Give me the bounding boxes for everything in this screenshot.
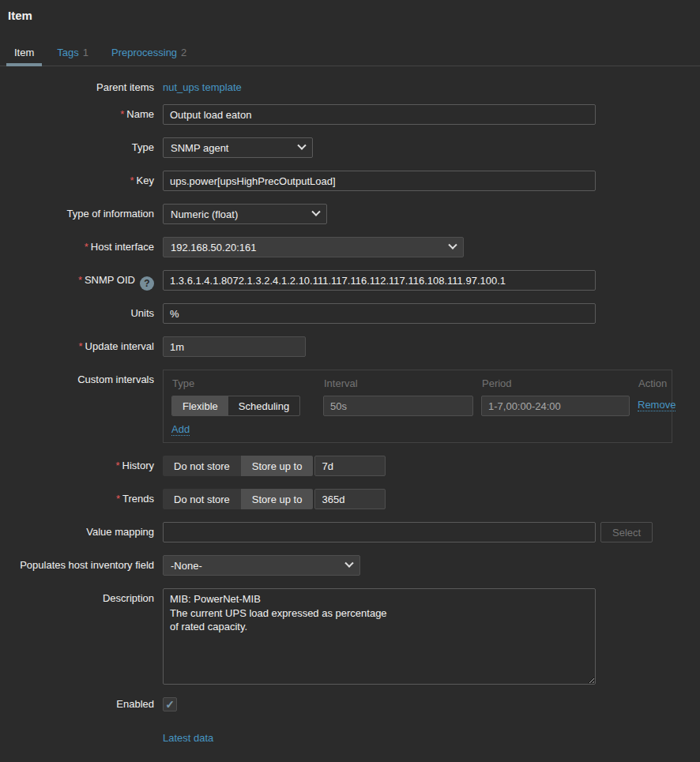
required-asterisk: * xyxy=(78,340,82,352)
value-mapping-input[interactable] xyxy=(163,522,596,542)
custom-intervals-label: Custom intervals xyxy=(0,370,163,385)
trends-store-up-to-option[interactable]: Store up to xyxy=(241,489,314,509)
required-asterisk: * xyxy=(130,175,134,186)
chevron-down-icon xyxy=(297,141,306,150)
chevron-down-icon xyxy=(448,241,457,250)
row-latest-data: Latest data xyxy=(0,732,700,744)
row-description: Description MIB: PowerNet-MIB The curren… xyxy=(0,588,700,685)
tab-bar: Item Tags1 Preprocessing2 xyxy=(0,41,700,66)
interval-col-type: Type xyxy=(171,376,323,396)
description-label: Description xyxy=(0,588,163,604)
required-asterisk: * xyxy=(115,460,119,471)
host-interface-label: *Host interface xyxy=(0,237,163,253)
type-select[interactable]: SNMP agent xyxy=(163,137,313,158)
value-mapping-label: Value mapping xyxy=(0,522,163,538)
row-inventory-field: Populates host inventory field -None- xyxy=(0,555,700,576)
row-key: *Key xyxy=(0,171,700,191)
interval-row-interval-cell xyxy=(323,396,481,416)
snmp-oid-label: *SNMP OID? xyxy=(0,270,163,291)
tab-preprocessing-count: 2 xyxy=(181,47,186,58)
interval-type-toggle: Flexible Scheduling xyxy=(171,396,300,416)
custom-intervals-box: Type Interval Period Action Flexible Sch… xyxy=(163,370,672,443)
trends-label: *Trends xyxy=(0,489,163,505)
value-mapping-select-button[interactable]: Select xyxy=(600,522,653,542)
update-interval-input[interactable] xyxy=(163,336,306,357)
interval-col-period: Period xyxy=(481,376,638,396)
row-update-interval: *Update interval xyxy=(0,336,700,357)
row-enabled: Enabled ✓ xyxy=(0,697,700,711)
history-value-input[interactable] xyxy=(314,456,386,476)
inventory-field-select[interactable]: -None- xyxy=(163,555,360,576)
row-units: Units xyxy=(0,303,700,324)
interval-type-flexible-option[interactable]: Flexible xyxy=(172,396,228,415)
item-form: Parent items nut_ups template *Name Type… xyxy=(0,80,700,744)
update-interval-label: *Update interval xyxy=(0,336,163,352)
trends-mode-toggle: Do not store Store up to xyxy=(163,489,313,509)
row-trends: *Trends Do not store Store up to xyxy=(0,489,700,509)
required-asterisk: * xyxy=(78,274,82,286)
host-interface-select[interactable]: 192.168.50.20:161 xyxy=(163,237,464,257)
required-asterisk: * xyxy=(116,493,120,505)
page-title: Item xyxy=(0,0,700,22)
snmp-oid-input[interactable] xyxy=(163,270,596,291)
row-host-interface: *Host interface 192.168.50.20:161 xyxy=(0,237,700,257)
inventory-field-value: -None- xyxy=(171,560,202,572)
history-mode-toggle: Do not store Store up to xyxy=(163,456,313,476)
trends-value-input[interactable] xyxy=(314,489,386,509)
latest-data-link[interactable]: Latest data xyxy=(163,732,213,744)
host-interface-value: 192.168.50.20:161 xyxy=(171,242,256,253)
tab-tags[interactable]: Tags1 xyxy=(49,41,96,66)
required-asterisk: * xyxy=(85,241,88,253)
remove-interval-link[interactable]: Remove xyxy=(638,399,676,411)
interval-row-action-cell: Remove xyxy=(638,396,676,416)
type-of-information-value: Numeric (float) xyxy=(171,208,238,220)
interval-row-period-cell xyxy=(481,396,638,416)
row-custom-intervals: Custom intervals Type Interval Period Ac… xyxy=(0,370,700,443)
row-snmp-oid: *SNMP OID? xyxy=(0,270,700,291)
interval-row-type-cell: Flexible Scheduling xyxy=(171,396,323,416)
units-input[interactable] xyxy=(163,303,596,324)
trends-do-not-store-option[interactable]: Do not store xyxy=(163,489,241,509)
inventory-field-label: Populates host inventory field xyxy=(0,555,163,571)
key-label: *Key xyxy=(0,171,163,186)
interval-col-interval: Interval xyxy=(323,376,481,396)
period-input[interactable] xyxy=(481,396,630,416)
tab-preprocessing[interactable]: Preprocessing2 xyxy=(103,41,194,66)
units-label: Units xyxy=(0,303,163,319)
help-icon[interactable]: ? xyxy=(140,276,154,291)
enabled-label: Enabled xyxy=(0,697,163,710)
required-asterisk: * xyxy=(120,108,124,120)
history-label: *History xyxy=(0,456,163,471)
key-input[interactable] xyxy=(163,171,596,191)
parent-template-link[interactable]: nut_ups template xyxy=(163,81,242,93)
tab-tags-count: 1 xyxy=(83,47,88,58)
chevron-down-icon xyxy=(344,559,353,568)
row-history: *History Do not store Store up to xyxy=(0,456,700,476)
parent-items-label: Parent items xyxy=(0,80,163,93)
type-select-value: SNMP agent xyxy=(171,142,228,154)
interval-type-scheduling-option[interactable]: Scheduling xyxy=(228,396,299,415)
row-value-mapping: Value mapping Select xyxy=(0,522,700,542)
chevron-down-icon xyxy=(311,208,320,216)
row-type-of-information: Type of information Numeric (float) xyxy=(0,204,700,224)
history-do-not-store-option[interactable]: Do not store xyxy=(163,456,241,476)
row-type: Type SNMP agent xyxy=(0,137,700,158)
interval-col-action: Action xyxy=(638,376,676,396)
type-of-information-label: Type of information xyxy=(0,204,163,220)
name-label: *Name xyxy=(0,104,163,120)
tab-item[interactable]: Item xyxy=(6,41,42,66)
add-interval-link[interactable]: Add xyxy=(171,423,190,436)
history-store-up-to-option[interactable]: Store up to xyxy=(241,456,314,476)
row-name: *Name xyxy=(0,104,700,125)
type-label: Type xyxy=(0,137,163,153)
check-icon: ✓ xyxy=(165,699,175,710)
interval-input[interactable] xyxy=(323,396,473,416)
name-input[interactable] xyxy=(163,104,596,125)
enabled-checkbox[interactable]: ✓ xyxy=(163,697,177,711)
row-parent-items: Parent items nut_ups template xyxy=(0,80,700,93)
type-of-information-select[interactable]: Numeric (float) xyxy=(163,204,327,224)
description-textarea[interactable]: MIB: PowerNet-MIB The current UPS load e… xyxy=(163,588,596,685)
